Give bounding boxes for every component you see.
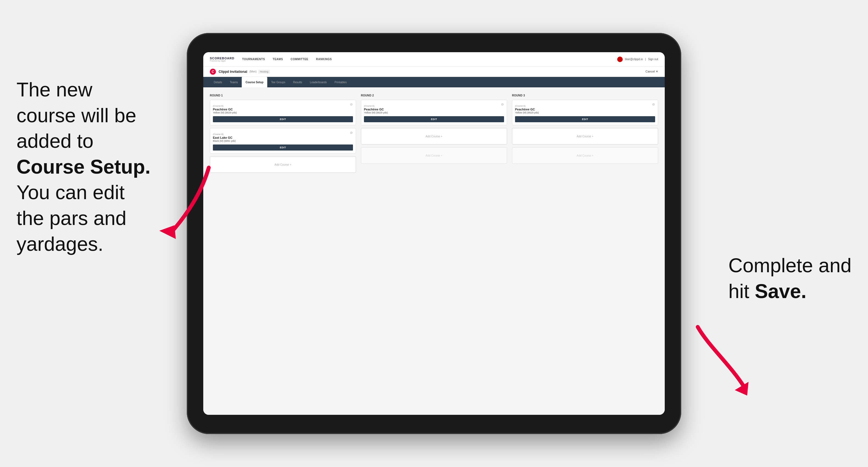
rounds-grid: Round 1 (Course A) Peachtree GC Yellow (… xyxy=(210,94,658,176)
r3-course-a-detail: Yellow (M) (6629 yds) xyxy=(515,111,655,114)
r2-course-a-tag: (Course A) xyxy=(364,105,374,107)
r3-course-a-tag: (Course A) xyxy=(515,105,525,107)
clippd-logo: C xyxy=(210,69,216,75)
left-annotation: The new course will be added to Course S… xyxy=(17,77,151,257)
sub-nav: Details Teams Course Setup Tee Groups Re… xyxy=(203,77,665,87)
course-a-name: Peachtree GC xyxy=(213,108,353,111)
delete-course-b-icon[interactable]: ⊘ xyxy=(349,130,353,135)
r3-edit-course-a-button[interactable]: Edit xyxy=(515,116,655,122)
tournament-name: Clippd Invitational xyxy=(219,70,247,73)
brand-logo: SCOREBOARD Powered by clippd xyxy=(210,57,234,62)
hosting-bar: C Clippd Invitational (Men) Hosting Canc… xyxy=(203,66,665,77)
round-3-add-label-1: Add Course + xyxy=(577,135,593,138)
round-1-course-a-card: (Course A) Peachtree GC Yellow (M) (6629… xyxy=(210,100,356,125)
tab-course-setup[interactable]: Course Setup xyxy=(242,77,267,87)
course-a-detail: Yellow (M) (6629 yds) xyxy=(213,111,353,114)
delete-course-a-icon[interactable]: ⊘ xyxy=(349,102,353,106)
right-annotation: Complete and hit Save. xyxy=(728,253,851,304)
course-a-tag: (Course A) xyxy=(213,105,223,107)
round-3-course-a-card: (Course A) Peachtree GC Yellow (M) (6629… xyxy=(512,100,658,125)
course-b-tag: (Course B) xyxy=(213,133,224,135)
tab-tee-groups[interactable]: Tee Groups xyxy=(267,77,289,87)
tab-results[interactable]: Results xyxy=(289,77,306,87)
r2-delete-course-a-icon[interactable]: ⊘ xyxy=(500,102,505,106)
separator: | xyxy=(645,58,646,61)
round-2-add-label-2: Add Course + xyxy=(426,154,442,157)
round-1-column: Round 1 (Course A) Peachtree GC Yellow (… xyxy=(210,94,356,176)
round-1-add-course-card[interactable]: Add Course + xyxy=(210,156,356,173)
top-navbar: SCOREBOARD Powered by clippd TOURNAMENTS… xyxy=(203,52,665,66)
round-1-course-b-card: (Course B) East Lake GC Black (M) (6891 … xyxy=(210,128,356,154)
main-content: Round 1 (Course A) Peachtree GC Yellow (… xyxy=(203,87,665,415)
round-3-add-course-card-1[interactable]: Add Course + xyxy=(512,128,658,145)
round-1-add-course-label: Add Course + xyxy=(274,163,291,166)
tab-teams[interactable]: Teams xyxy=(226,77,242,87)
gender-label: (Men) xyxy=(249,70,256,73)
arrow-left-icon xyxy=(154,165,214,242)
tablet-screen: SCOREBOARD Powered by clippd TOURNAMENTS… xyxy=(203,52,665,415)
round-3-label: Round 3 xyxy=(512,94,658,97)
nav-teams[interactable]: TEAMS xyxy=(273,58,283,61)
round-3-add-label-2: Add Course + xyxy=(577,154,593,157)
main-nav: TOURNAMENTS TEAMS COMMITTEE RANKINGS xyxy=(242,58,617,61)
tab-details[interactable]: Details xyxy=(210,77,226,87)
r3-course-a-name: Peachtree GC xyxy=(515,108,655,111)
round-2-add-course-card-1[interactable]: Add Course + xyxy=(361,128,507,145)
r3-delete-course-a-icon[interactable]: ⊘ xyxy=(651,102,656,106)
tablet-frame: SCOREBOARD Powered by clippd TOURNAMENTS… xyxy=(187,33,681,434)
round-2-label: Round 2 xyxy=(361,94,507,97)
round-3-add-course-card-2: Add Course + xyxy=(512,147,658,164)
hosting-badge: Hosting xyxy=(258,70,270,73)
nav-committee[interactable]: COMMITTEE xyxy=(290,58,308,61)
sign-out-link[interactable]: Sign out xyxy=(648,58,658,61)
r2-course-a-detail: Yellow (M) (6629 yds) xyxy=(364,111,504,114)
edit-course-b-button[interactable]: Edit xyxy=(213,145,353,151)
tab-printables[interactable]: Printables xyxy=(331,77,350,87)
edit-course-a-button[interactable]: Edit xyxy=(213,116,353,122)
course-b-detail: Black (M) (6891 yds) xyxy=(213,139,353,142)
round-2-add-label-1: Add Course + xyxy=(426,135,442,138)
r2-course-a-name: Peachtree GC xyxy=(364,108,504,111)
tab-leaderboards[interactable]: Leaderboards xyxy=(306,77,331,87)
nav-rankings[interactable]: RANKINGS xyxy=(316,58,332,61)
user-email: blair@clippd.io xyxy=(625,58,643,61)
cancel-button[interactable]: Cancel ✕ xyxy=(646,70,658,73)
round-2-column: Round 2 (Course A) Peachtree GC Yellow (… xyxy=(361,94,507,176)
nav-tournaments[interactable]: TOURNAMENTS xyxy=(242,58,265,61)
user-avatar xyxy=(617,57,623,62)
brand-sub: Powered by clippd xyxy=(210,60,234,62)
round-3-column: Round 3 (Course A) Peachtree GC Yellow (… xyxy=(512,94,658,176)
r2-edit-course-a-button[interactable]: Edit xyxy=(364,116,504,122)
round-1-label: Round 1 xyxy=(210,94,356,97)
course-b-name: East Lake GC xyxy=(213,136,353,139)
arrow-right-icon xyxy=(687,324,753,396)
navbar-right: blair@clippd.io | Sign out xyxy=(617,57,658,62)
svg-marker-0 xyxy=(159,225,176,239)
round-2-course-a-card: (Course A) Peachtree GC Yellow (M) (6629… xyxy=(361,100,507,125)
round-2-add-course-card-2: Add Course + xyxy=(361,147,507,164)
brand-title: SCOREBOARD xyxy=(210,57,234,60)
